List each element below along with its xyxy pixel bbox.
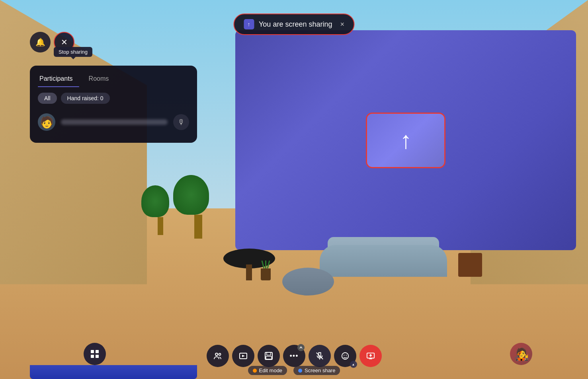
participant-name bbox=[61, 119, 168, 125]
people-icon bbox=[213, 351, 223, 361]
panel-tabs: Participants Rooms bbox=[30, 66, 197, 87]
film-icon bbox=[238, 351, 248, 361]
emoji-icon bbox=[341, 352, 350, 360]
participant-row: 🧑 🎙 bbox=[30, 109, 197, 135]
film-button[interactable] bbox=[232, 345, 254, 367]
svg-rect-2 bbox=[91, 355, 94, 358]
grid-icon bbox=[90, 349, 100, 359]
stop-sharing-icon: ✕ bbox=[61, 37, 68, 47]
svg-point-15 bbox=[346, 355, 346, 356]
top-left-toolbar: Stop sharing 🔔 ✕ bbox=[30, 32, 74, 52]
panel-filters: All Hand raised: 0 bbox=[30, 87, 197, 109]
presentation-screen: ↑ bbox=[235, 30, 576, 250]
save-icon bbox=[264, 351, 273, 361]
tab-rooms[interactable]: Rooms bbox=[87, 72, 115, 87]
bottom-status-bar: Edit mode Screen share bbox=[248, 366, 340, 375]
side-table bbox=[458, 253, 482, 277]
svg-rect-3 bbox=[96, 355, 99, 358]
avatar-figure: 🧑 bbox=[40, 116, 54, 129]
tree-2 bbox=[151, 185, 169, 235]
stop-sharing-button[interactable]: ✕ bbox=[54, 32, 74, 52]
plant-pot bbox=[259, 260, 273, 280]
panel-base-accent bbox=[30, 365, 197, 379]
screen-share-badge: Screen share bbox=[293, 366, 340, 375]
tab-participants[interactable]: Participants bbox=[38, 72, 79, 87]
edit-mode-badge: Edit mode bbox=[248, 366, 287, 375]
banner-screen-icon: ↑ bbox=[244, 19, 254, 29]
svg-rect-1 bbox=[96, 350, 99, 353]
people-button[interactable] bbox=[207, 345, 229, 367]
svg-point-5 bbox=[219, 354, 221, 356]
more-dots: ••• bbox=[290, 352, 299, 360]
more-options-button[interactable]: ••• bbox=[283, 345, 305, 367]
mute-icon bbox=[315, 352, 324, 360]
svg-rect-9 bbox=[267, 352, 271, 355]
tree-1 bbox=[187, 175, 209, 239]
bottom-toolbar: ••• ▲ bbox=[207, 345, 382, 367]
ottoman bbox=[282, 268, 334, 295]
screen-share-dot bbox=[298, 369, 302, 373]
chevron-up-badge: ▲ bbox=[350, 361, 357, 368]
svg-rect-0 bbox=[91, 350, 94, 353]
participant-avatar: 🧑 bbox=[38, 113, 55, 131]
user-avatar-button[interactable]: 🧑‍🎤 bbox=[510, 343, 532, 365]
upload-arrow-icon: ↑ bbox=[400, 128, 412, 152]
sofa bbox=[320, 237, 447, 277]
chevron-up-icon bbox=[297, 344, 305, 351]
reaction-button[interactable]: ▲ bbox=[334, 345, 356, 367]
svg-point-4 bbox=[215, 353, 218, 356]
banner-text: You are screen sharing bbox=[259, 20, 332, 29]
svg-rect-10 bbox=[266, 356, 272, 359]
banner-close-button[interactable]: × bbox=[340, 20, 344, 29]
screen-upload-button[interactable]: ↑ bbox=[366, 113, 445, 168]
screen-share-icon bbox=[366, 352, 375, 360]
filter-hand-raised-button[interactable]: Hand raised: 0 bbox=[61, 93, 110, 104]
bell-button[interactable]: 🔔 bbox=[30, 32, 51, 52]
participant-mute-button[interactable]: 🎙 bbox=[173, 114, 189, 130]
grid-button[interactable] bbox=[84, 343, 106, 365]
user-avatar-icon: 🧑‍🎤 bbox=[514, 347, 529, 361]
edit-mode-dot bbox=[253, 369, 257, 373]
screen-sharing-banner: ↑ You are screen sharing × bbox=[233, 14, 355, 35]
participants-panel: Participants Rooms All Hand raised: 0 🧑 … bbox=[30, 66, 197, 143]
screen-share-button[interactable] bbox=[359, 345, 382, 367]
save-button[interactable] bbox=[258, 345, 280, 367]
svg-point-14 bbox=[344, 355, 344, 356]
bell-icon: 🔔 bbox=[35, 37, 45, 47]
mute-button[interactable] bbox=[309, 345, 331, 367]
filter-all-button[interactable]: All bbox=[38, 93, 57, 104]
svg-marker-7 bbox=[242, 355, 245, 357]
edit-mode-label: Edit mode bbox=[259, 367, 283, 373]
mute-icon: 🎙 bbox=[178, 118, 185, 126]
screen-share-label: Screen share bbox=[305, 367, 335, 373]
